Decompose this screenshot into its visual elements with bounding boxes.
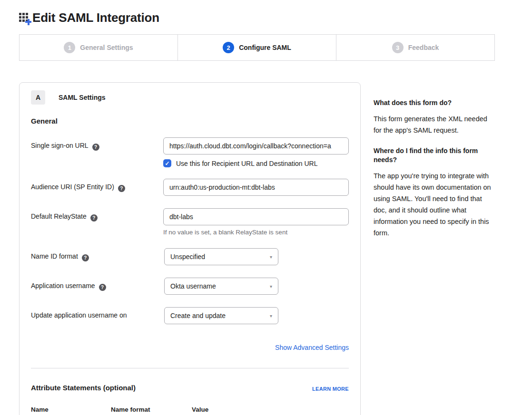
relay-state-row: Default RelayState? If no value is set, … [31,208,349,236]
selected-value: Unspecified [170,253,205,261]
plus-icon [25,19,31,25]
chevron-down-icon: ▾ [270,313,272,318]
saml-settings-panel: A SAML Settings General Single sign-on U… [19,82,361,415]
step-number-badge: 1 [64,42,75,53]
learn-more-link[interactable]: LEARN MORE [312,386,349,392]
selected-value: Okta username [170,282,216,290]
section-divider [31,368,349,368]
step-label: Configure SAML [239,44,291,51]
help-icon[interactable]: ? [82,254,89,261]
app-username-select[interactable]: Okta username ▾ [164,278,278,295]
panel-header: A SAML Settings [31,90,349,105]
help-body: This form generates the XML needed for t… [374,113,496,136]
help-icon[interactable]: ? [99,284,106,291]
attribute-statements-heading: Attribute Statements (optional) [31,384,136,392]
app-username-row: Application username? Okta username ▾ [31,278,349,295]
help-icon[interactable]: ? [90,214,98,222]
help-icon[interactable]: ? [118,185,125,192]
panel-title: SAML Settings [59,94,106,101]
step-number-badge: 2 [223,42,234,53]
app-username-label: Application username? [31,278,164,295]
chevron-down-icon: ▾ [270,254,272,260]
page-title: Edit SAML Integration [32,10,159,25]
attribute-statements-column-headers: Name Name format Value [31,406,349,413]
step-label: General Settings [80,44,133,51]
show-advanced-settings-link[interactable]: Show Advanced Settings [275,344,349,351]
update-app-username-label: Update application username on [31,307,164,324]
edit-saml-integration-page: Edit SAML Integration 1 General Settings… [0,0,532,415]
wizard-steps: 1 General Settings 2 Configure SAML 3 Fe… [19,34,495,61]
relay-state-input[interactable] [163,208,349,225]
help-icon[interactable]: ? [92,144,99,151]
name-id-format-label: Name ID format? [31,248,164,265]
audience-uri-row: Audience URI (SP Entity ID)? [31,179,349,196]
audience-uri-label: Audience URI (SP Entity ID)? [31,179,163,196]
chevron-down-icon: ▾ [270,284,272,289]
step-configure-saml[interactable]: 2 Configure SAML [177,35,336,60]
help-heading: What does this form do? [374,98,496,107]
app-grid-plus-icon [19,12,30,24]
general-section-heading: General [31,117,349,125]
step-number-badge: 3 [392,42,404,53]
update-app-username-select[interactable]: Create and update ▾ [164,307,278,324]
help-sidebar: What does this form do? This form genera… [374,98,496,249]
help-heading: Where do I find the info this form needs… [374,146,496,164]
selected-value: Create and update [170,312,226,319]
page-header: Edit SAML Integration [19,10,159,25]
relay-state-label: Default RelayState? [31,208,163,236]
sso-url-row: Single sign-on URL? ✓ Use this for Recip… [31,137,349,167]
sso-url-input[interactable] [163,137,349,154]
recipient-url-checkbox-label: Use this for Recipient URL and Destinati… [176,160,318,167]
step-feedback[interactable]: 3 Feedback [336,35,494,60]
column-header-name: Name [31,406,111,413]
recipient-url-checkbox[interactable]: ✓ [163,159,171,167]
column-header-name-format: Name format [111,406,192,413]
step-label: Feedback [408,44,439,51]
relay-state-helper-text: If no value is set, a blank RelayState i… [163,229,349,236]
section-a-badge: A [31,90,45,105]
name-id-format-select[interactable]: Unspecified ▾ [164,248,278,265]
sso-url-label: Single sign-on URL? [31,137,163,167]
help-body: The app you're trying to integrate with … [374,170,496,239]
column-header-value: Value [192,406,208,413]
step-general-settings[interactable]: 1 General Settings [20,35,177,60]
name-id-format-row: Name ID format? Unspecified ▾ [31,248,349,265]
update-app-username-row: Update application username on Create an… [31,307,349,324]
audience-uri-input[interactable] [163,179,349,196]
